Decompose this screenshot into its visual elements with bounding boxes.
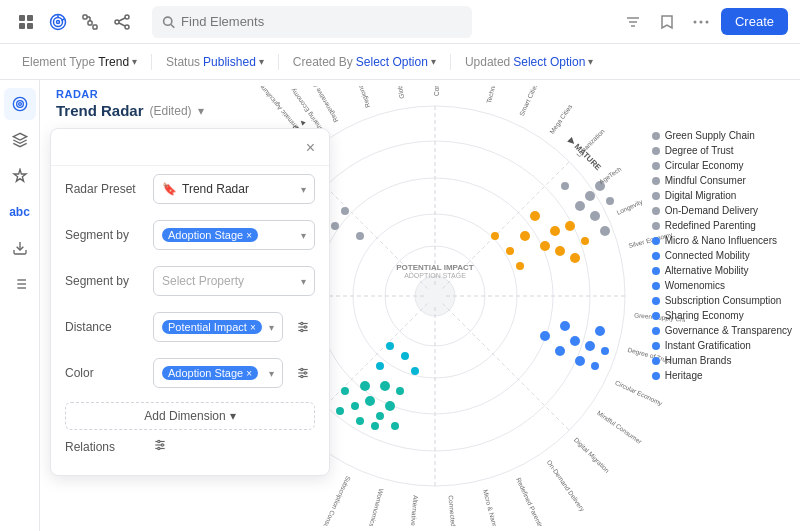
svg-point-109 [595, 326, 605, 336]
svg-point-96 [575, 201, 585, 211]
distance-tag-close[interactable]: × [250, 322, 256, 333]
main-content: RADAR Trend Radar (Edited) ▾ × Radar Pre… [40, 80, 800, 531]
updated-filter[interactable]: Updated Select Option ▾ [459, 49, 599, 75]
sidebar-list-icon[interactable] [4, 268, 36, 300]
svg-rect-1 [27, 15, 33, 21]
color-tag: Adoption Stage × [162, 366, 258, 380]
radar-icon[interactable] [44, 8, 72, 36]
svg-point-112 [380, 381, 390, 391]
legend-label-gray7: Redefined Parenting [665, 220, 756, 231]
distance-settings-icon[interactable] [291, 315, 315, 339]
legend-item-blue9: Human Brands [652, 355, 792, 366]
relations-label: Relations [65, 440, 145, 454]
sidebar-magic-icon[interactable] [4, 160, 36, 192]
svg-text:Connected Mobility: Connected Mobility [446, 495, 459, 526]
svg-line-17 [119, 18, 125, 21]
segment1-tag-close[interactable]: × [246, 230, 252, 241]
panel-close-button[interactable]: × [306, 139, 315, 157]
sidebar-download-icon[interactable] [4, 232, 36, 264]
search-input[interactable] [181, 14, 462, 29]
svg-rect-0 [19, 15, 25, 21]
legend-item-blue6: Sharing Economy [652, 310, 792, 321]
legend-item-blue10: Heritage [652, 370, 792, 381]
legend-item-blue2: Connected Mobility [652, 250, 792, 261]
segment1-tag: Adoption Stage × [162, 228, 258, 242]
element-type-filter[interactable]: Element Type Trend ▾ [16, 49, 143, 75]
svg-point-15 [115, 20, 119, 24]
svg-text:Global Ecosystems: Global Ecosystems [389, 86, 407, 99]
svg-point-101 [561, 182, 569, 190]
legend-item-blue4: Womenomics [652, 280, 792, 291]
sidebar-radar-icon[interactable] [4, 88, 36, 120]
legend-dot-blue9 [652, 357, 660, 365]
hierarchy-icon[interactable] [76, 8, 104, 36]
radar-preset-label: Radar Preset [65, 182, 145, 196]
svg-point-106 [560, 321, 570, 331]
legend-dot-gray7 [652, 222, 660, 230]
grid-icon[interactable] [12, 8, 40, 36]
svg-point-45 [301, 329, 303, 331]
add-dimension-button[interactable]: Add Dimension ▾ [65, 402, 315, 430]
created-by-filter[interactable]: Created By Select Option ▾ [287, 49, 442, 75]
bookmark-icon-btn[interactable] [653, 8, 681, 36]
svg-point-125 [386, 342, 394, 350]
relations-settings-icon[interactable] [153, 438, 167, 455]
color-value: Adoption Stage × [162, 366, 258, 380]
color-chevron: ▾ [269, 368, 274, 379]
svg-point-114 [385, 401, 395, 411]
distance-tag: Potential Impact × [162, 320, 262, 334]
svg-point-42 [304, 326, 306, 328]
page-area: abc RADAR Trend Radar (Edited) ▾ [0, 80, 800, 531]
legend-label-blue5: Subscription Consumption [665, 295, 782, 306]
svg-text:Coronavirus Pandemic: Coronavirus Pandemic [433, 86, 440, 96]
svg-text:Womenomics: Womenomics [368, 487, 385, 525]
svg-point-24 [693, 20, 696, 23]
status-chevron: ▾ [259, 56, 264, 67]
updated-label: Updated [465, 55, 510, 69]
radar-preset-row: Radar Preset 🔖 Trend Radar ▾ [51, 166, 329, 212]
svg-text:Subscription Consumption: Subscription Consumption [313, 474, 352, 525]
create-button[interactable]: Create [721, 8, 788, 35]
sidebar-layer-icon[interactable] [4, 124, 36, 156]
legend-label-blue8: Instant Gratification [665, 340, 751, 351]
legend-item-gray2: Degree of Trust [652, 145, 792, 156]
status-filter[interactable]: Status Published ▾ [160, 49, 270, 75]
svg-point-88 [570, 253, 580, 263]
svg-point-99 [600, 226, 610, 236]
sidebar-text-icon[interactable]: abc [4, 196, 36, 228]
svg-point-19 [164, 17, 172, 25]
segment1-select[interactable]: Adoption Stage × ▾ [153, 220, 315, 250]
svg-point-26 [705, 20, 708, 23]
legend-dot-blue1 [652, 237, 660, 245]
filter-icon-btn[interactable] [619, 8, 647, 36]
segment2-select[interactable]: Select Property ▾ [153, 266, 315, 296]
radar-preset-select[interactable]: 🔖 Trend Radar ▾ [153, 174, 315, 204]
element-type-chevron: ▾ [132, 56, 137, 67]
color-tag-close[interactable]: × [246, 368, 252, 379]
more-icon-btn[interactable] [687, 8, 715, 36]
created-by-label: Created By [293, 55, 353, 69]
updated-value: Select Option [513, 55, 585, 69]
svg-point-103 [540, 331, 550, 341]
search-bar[interactable] [152, 6, 472, 38]
legend-label-blue4: Womenomics [665, 280, 725, 291]
legend-label-blue3: Alternative Mobility [665, 265, 749, 276]
legend-label-blue2: Connected Mobility [665, 250, 750, 261]
share-icon[interactable] [108, 8, 136, 36]
svg-text:Digital Migration: Digital Migration [572, 436, 611, 475]
status-label: Status [166, 55, 200, 69]
svg-point-91 [565, 221, 575, 231]
segment2-chevron: ▾ [301, 276, 306, 287]
legend-item-blue5: Subscription Consumption [652, 295, 792, 306]
legend-dot-blue5 [652, 297, 660, 305]
svg-point-121 [341, 387, 349, 395]
svg-rect-11 [93, 25, 97, 29]
distance-select[interactable]: Potential Impact × ▾ [153, 312, 283, 342]
segment1-label: Segment by [65, 228, 145, 242]
svg-point-87 [555, 246, 565, 256]
legend-label-gray2: Degree of Trust [665, 145, 734, 156]
color-select[interactable]: Adoption Stage × ▾ [153, 358, 283, 388]
color-settings-icon[interactable] [291, 361, 315, 385]
svg-point-95 [491, 232, 499, 240]
legend-item-blue8: Instant Gratification [652, 340, 792, 351]
